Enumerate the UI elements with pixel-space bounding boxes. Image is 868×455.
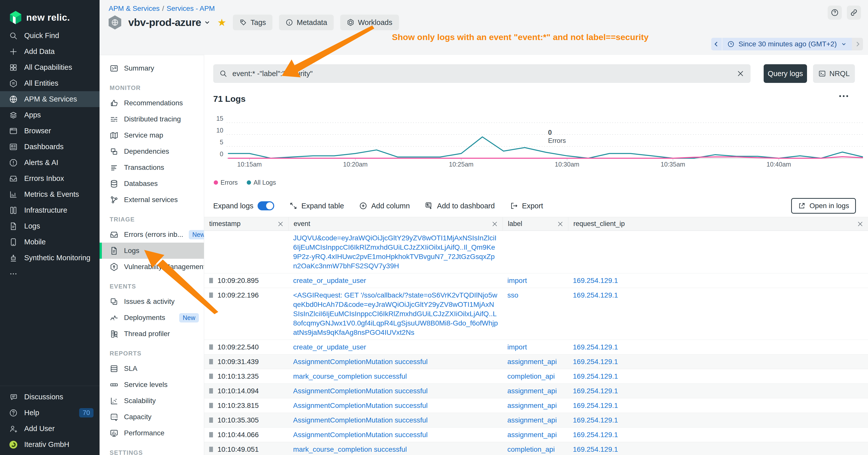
row-marker[interactable]	[209, 278, 213, 283]
subnav-item-distributed-tracing[interactable]: Distributed tracing	[99, 111, 204, 127]
sidebar-item-dashboards[interactable]: Dashboards	[0, 139, 99, 155]
row-marker[interactable]	[209, 403, 213, 408]
sidebar-item-infrastructure[interactable]: Infrastructure	[0, 202, 99, 218]
cell-event[interactable]: <ASGIRequest: GET '/sso/callback/?state=…	[288, 288, 503, 339]
sidebar-item-iterativ-gmbh[interactable]: Iterativ GmbH	[0, 436, 99, 453]
cell-label[interactable]: assignment_api	[503, 355, 568, 369]
table-row[interactable]: 10:09:22.540create_or_update_userimport1…	[204, 340, 868, 355]
time-picker-prev-button[interactable]	[711, 38, 722, 51]
table-row[interactable]: 10:09:31.439AssignmentCompletionMutation…	[204, 355, 868, 369]
expand-logs-toggle[interactable]: Expand logs	[213, 201, 274, 210]
toggle-on-icon[interactable]	[257, 201, 274, 210]
cell-request-client-ip[interactable]: 169.254.129.1	[568, 442, 868, 455]
subnav-item-vulnerability-management[interactable]: Vulnerability Management	[99, 259, 204, 275]
cell-request-client-ip[interactable]: 169.254.129.1	[568, 427, 868, 442]
table-row[interactable]: 10:10:49.051mark_course_completion succe…	[204, 442, 868, 455]
open-in-logs-button[interactable]: Open in logs	[791, 198, 856, 214]
cell-label[interactable]	[503, 231, 568, 273]
cell-request-client-ip[interactable]: 169.254.129.1	[568, 340, 868, 354]
tags-button[interactable]: Tags	[233, 14, 273, 30]
sidebar-item-apm-services[interactable]: APM & Services	[0, 91, 99, 107]
cell-request-client-ip[interactable]: 169.254.129.1	[568, 355, 868, 369]
remove-column-icon[interactable]	[492, 221, 498, 227]
table-row[interactable]: 10:09:22.196<ASGIRequest: GET '/sso/call…	[204, 288, 868, 340]
cell-label[interactable]: assignment_api	[503, 384, 568, 398]
cell-label[interactable]: assignment_api	[503, 413, 568, 427]
row-marker[interactable]	[209, 359, 213, 364]
table-row[interactable]: JUQVU&code=eyJraWQiOiJjcGltY29yZV8wOTI1M…	[204, 231, 868, 273]
query-logs-button[interactable]: Query logs	[764, 64, 807, 83]
table-row[interactable]: 10:10:35.305AssignmentCompletionMutation…	[204, 413, 868, 427]
cell-event[interactable]: AssignmentCompletionMutation successful	[288, 427, 503, 442]
row-marker[interactable]	[209, 447, 213, 452]
cell-label[interactable]: completion_api	[503, 369, 568, 384]
subnav-item-service-levels[interactable]: Service levels	[99, 377, 204, 393]
sidebar-item-add-user[interactable]: Add User	[0, 421, 99, 436]
subnav-item-dependencies[interactable]: Dependencies	[99, 143, 204, 160]
time-picker-dropdown[interactable]: Since 30 minutes ago (GMT+2)	[722, 38, 852, 51]
cell-request-client-ip[interactable]: 169.254.129.1	[568, 413, 868, 427]
row-marker[interactable]	[209, 388, 213, 393]
subnav-item-external-services[interactable]: External services	[99, 192, 204, 208]
column-header-event[interactable]: event	[288, 217, 503, 230]
subnav-item-sla[interactable]: SLA	[99, 360, 204, 377]
clear-query-icon[interactable]	[737, 69, 744, 77]
table-row[interactable]: 10:10:13.235mark_course_completion succe…	[204, 369, 868, 384]
cell-label[interactable]: completion_api	[503, 442, 568, 455]
subnav-item-transactions[interactable]: Transactions	[99, 160, 204, 175]
cell-event[interactable]: AssignmentCompletionMutation successful	[288, 355, 503, 369]
cell-request-client-ip[interactable]: 169.254.129.1	[568, 369, 868, 384]
log-query-input[interactable]	[232, 69, 732, 78]
sidebar-item-apps[interactable]: Apps	[0, 107, 99, 123]
workloads-button[interactable]: Workloads	[340, 14, 399, 30]
subnav-item-scalability[interactable]: Scalability	[99, 393, 204, 409]
table-row[interactable]: 10:10:23.815AssignmentCompletionMutation…	[204, 398, 868, 413]
sidebar-item-browser[interactable]: Browser	[0, 123, 99, 139]
table-row[interactable]: 10:10:14.094AssignmentCompletionMutation…	[204, 384, 868, 398]
breadcrumb-link-services[interactable]: Services - APM	[166, 4, 215, 12]
cell-label[interactable]: import	[503, 340, 568, 354]
row-marker[interactable]	[209, 292, 213, 298]
subnav-item-recommendations[interactable]: Recommendations	[99, 95, 204, 111]
legend-item-all-logs[interactable]: All Logs	[247, 179, 276, 186]
cell-event[interactable]: mark_course_completion successful	[288, 369, 503, 384]
cell-event[interactable]: AssignmentCompletionMutation successful	[288, 384, 503, 398]
time-picker-next-button[interactable]	[852, 38, 863, 51]
remove-column-icon[interactable]	[857, 221, 864, 227]
subnav-item-performance[interactable]: Performance	[99, 425, 204, 441]
row-marker[interactable]	[209, 345, 213, 350]
cell-label[interactable]: assignment_api	[503, 427, 568, 442]
table-row[interactable]: 10:09:20.895create_or_update_userimport1…	[204, 273, 868, 288]
help-button[interactable]	[828, 5, 842, 20]
cell-event[interactable]: AssignmentCompletionMutation successful	[288, 413, 503, 427]
sidebar-item-add-data[interactable]: Add Data	[0, 43, 99, 60]
column-header-timestamp[interactable]: timestamp	[204, 217, 288, 230]
cell-event[interactable]: mark_course_completion successful	[288, 442, 503, 455]
add-to-dashboard-button[interactable]: Add to dashboard	[425, 202, 495, 210]
sidebar-item-all-capabilities[interactable]: All Capabilities	[0, 60, 99, 75]
subnav-item-errors-errors-inb-[interactable]: Errors (errors inb...New	[99, 227, 204, 242]
sidebar-item-all-entities[interactable]: All Entities	[0, 75, 99, 91]
export-button[interactable]: Export	[510, 202, 543, 210]
more-menu-icon[interactable]	[839, 95, 848, 97]
sidebar-item-help[interactable]: Help70	[0, 405, 99, 421]
table-row[interactable]: 10:10:44.066AssignmentCompletionMutation…	[204, 427, 868, 442]
subnav-item-logs[interactable]: Logs	[99, 242, 204, 259]
column-header-label[interactable]: label	[503, 217, 568, 230]
subnav-item-deployments[interactable]: DeploymentsNew	[99, 310, 204, 326]
sidebar-item-logs[interactable]: Logs	[0, 218, 99, 234]
cell-request-client-ip[interactable]: 169.254.129.1	[568, 384, 868, 398]
cell-event[interactable]: JUQVU&code=eyJraWQiOiJjcGltY29yZV8wOTI1M…	[288, 231, 503, 273]
sidebar-item-more[interactable]	[0, 266, 99, 282]
breadcrumb-link-apm[interactable]: APM & Services	[108, 4, 159, 12]
subnav-item-capacity[interactable]: Capacity	[99, 409, 204, 425]
column-header-request_client_ip[interactable]: request_client_ip	[568, 217, 868, 230]
legend-item-errors[interactable]: Errors	[214, 179, 238, 186]
expand-table-button[interactable]: Expand table	[289, 202, 344, 210]
sidebar-item-mobile[interactable]: Mobile	[0, 234, 99, 250]
cell-label[interactable]: import	[503, 273, 568, 288]
sidebar-item-discussions[interactable]: Discussions	[0, 389, 99, 405]
nrql-button[interactable]: NRQL	[813, 64, 855, 83]
cell-request-client-ip[interactable]: 169.254.129.1	[568, 398, 868, 413]
sidebar-item-metrics-events[interactable]: Metrics & Events	[0, 187, 99, 202]
